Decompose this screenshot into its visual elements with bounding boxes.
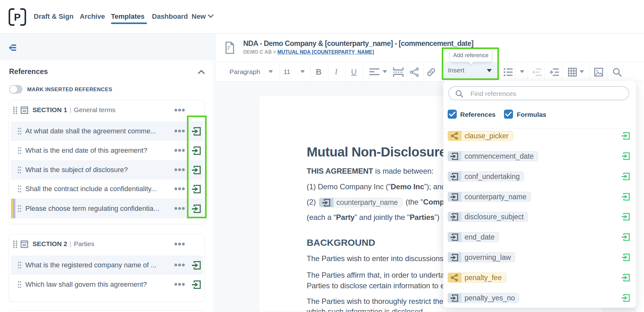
svg-text:P: P [14, 12, 21, 23]
